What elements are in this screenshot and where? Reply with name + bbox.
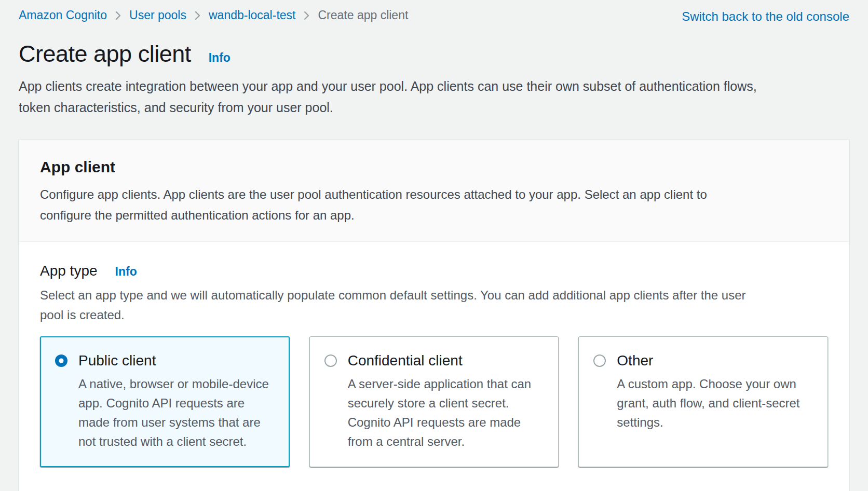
chevron-right-icon	[114, 9, 122, 22]
app-type-label: App type	[40, 263, 98, 279]
breadcrumb-link-user-pools[interactable]: User pools	[129, 8, 186, 22]
page-title-row: Create app client Info	[19, 40, 849, 67]
confidential-client-description: A server-side application that can secur…	[348, 374, 540, 451]
public-client-description: A native, browser or mobile-device app. …	[78, 374, 270, 451]
breadcrumb-link-user-pool-name[interactable]: wandb-local-test	[209, 8, 295, 22]
option-header: Confidential client	[324, 352, 544, 369]
app-type-label-row: App type Info	[40, 263, 828, 279]
page-title-info-link[interactable]: Info	[209, 51, 230, 65]
topbar: Amazon Cognito User pools wandb-local-te…	[19, 0, 849, 24]
option-header: Public client	[55, 352, 275, 369]
chevron-right-icon	[303, 9, 310, 22]
other-radio[interactable]	[593, 354, 606, 367]
app-type-option-public-client[interactable]: Public client A native, browser or mobil…	[40, 336, 290, 467]
page-description: App clients create integration between y…	[19, 76, 779, 118]
app-client-panel: App client Configure app clients. App cl…	[19, 139, 849, 491]
switch-old-console-link[interactable]: Switch back to the old console	[682, 8, 849, 24]
other-title: Other	[617, 352, 653, 369]
app-type-option-other[interactable]: Other A custom app. Choose your own gran…	[578, 336, 828, 467]
breadcrumb-link-amazon-cognito[interactable]: Amazon Cognito	[19, 8, 107, 22]
confidential-client-title: Confidential client	[348, 352, 463, 369]
panel-title: App client	[40, 158, 828, 176]
public-client-radio[interactable]	[55, 354, 67, 367]
chevron-right-icon	[194, 9, 201, 22]
panel-description: Configure app clients. App clients are t…	[40, 184, 762, 226]
app-client-panel-body: App type Info Select an app type and we …	[19, 242, 849, 491]
breadcrumb-current-page: Create app client	[318, 8, 408, 22]
public-client-title: Public client	[78, 352, 156, 369]
app-type-option-confidential-client[interactable]: Confidential client A server-side applic…	[309, 336, 559, 467]
confidential-client-radio[interactable]	[324, 354, 337, 367]
app-type-options: Public client A native, browser or mobil…	[40, 336, 828, 467]
breadcrumb: Amazon Cognito User pools wandb-local-te…	[19, 8, 408, 22]
option-header: Other	[593, 352, 813, 369]
cognito-create-app-client-page: Amazon Cognito User pools wandb-local-te…	[0, 0, 868, 491]
other-description: A custom app. Choose your own grant, aut…	[617, 374, 809, 432]
app-client-panel-header: App client Configure app clients. App cl…	[19, 140, 849, 242]
app-type-description: Select an app type and we will automatic…	[40, 285, 767, 325]
page-title: Create app client	[19, 40, 191, 67]
app-type-info-link[interactable]: Info	[115, 265, 137, 279]
